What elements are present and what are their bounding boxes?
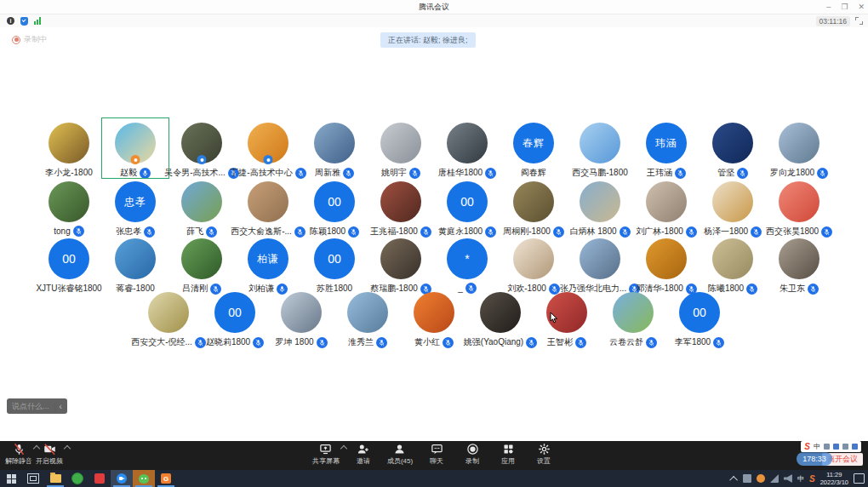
participant-tile[interactable]: 云卷云舒 bbox=[600, 292, 666, 348]
close-button[interactable]: ✕ bbox=[858, 0, 865, 14]
participant-tile[interactable]: 姚强(YaoQiang) bbox=[467, 292, 534, 348]
participant-tile[interactable]: 西交大俞逸斯-... bbox=[235, 181, 301, 238]
avatar bbox=[712, 123, 753, 163]
participant-tile[interactable]: 杨泽一1800 bbox=[700, 181, 766, 238]
chat-collapse-icon[interactable]: ‹ bbox=[54, 402, 62, 411]
participant-tile[interactable]: 刘广林-1800 bbox=[633, 181, 700, 238]
tray-display-icon[interactable] bbox=[743, 474, 751, 483]
network-signal-icon[interactable] bbox=[34, 17, 41, 25]
participant-tile[interactable]: 00陈颖1800 bbox=[301, 181, 368, 238]
task-view-button[interactable] bbox=[22, 470, 44, 487]
participant-tile[interactable]: 西交马鹏-1800 bbox=[567, 123, 633, 179]
app-360-button[interactable] bbox=[66, 470, 89, 487]
action-center-icon[interactable] bbox=[854, 473, 865, 484]
participant-tile[interactable]: 唐桂华1800 bbox=[434, 123, 500, 179]
file-explorer-button[interactable] bbox=[44, 470, 66, 487]
participant-tile[interactable]: 罗坤 1800 bbox=[268, 292, 334, 348]
participant-name: 罗向龙1800 bbox=[770, 167, 814, 179]
toolbar-share-button[interactable]: 共享屏幕 bbox=[312, 443, 340, 466]
maximize-button[interactable]: ❐ bbox=[841, 0, 848, 14]
taskbar-clock[interactable]: 11:29 2022/3/10 bbox=[820, 471, 848, 487]
windows-taskbar: G 中 S 11:29 2022/3/10 bbox=[0, 470, 868, 487]
participant-tile[interactable]: 管坚 bbox=[700, 123, 766, 179]
participant-name: 刘广林-1800 bbox=[636, 226, 683, 238]
participant-tile[interactable]: 西安交大-倪经... bbox=[135, 292, 202, 348]
wechat-app-button[interactable] bbox=[133, 470, 155, 487]
chat-input-pill[interactable]: 说点什么... ‹ bbox=[7, 398, 67, 414]
participant-tile[interactable]: 柏谦刘柏谦 bbox=[235, 238, 301, 295]
participant-tile[interactable]: 丁捷-高技术中心 bbox=[235, 123, 301, 179]
participant-tile[interactable]: 春辉阎春辉 bbox=[500, 123, 567, 179]
participant-tile[interactable]: 00李军1800 bbox=[666, 292, 733, 348]
screen-recorder-timer-bubble[interactable]: 178:33 bbox=[797, 452, 832, 466]
participant-tile[interactable]: 邓清华-1800 bbox=[633, 238, 700, 295]
tray-pet-icon[interactable] bbox=[757, 474, 765, 483]
participant-tile[interactable]: 00赵晓莉1800 bbox=[202, 292, 268, 348]
avatar bbox=[148, 292, 189, 333]
participant-tile[interactable]: 张乃强华北电力... bbox=[567, 238, 633, 295]
participant-tile[interactable]: 李小龙-1800 bbox=[36, 123, 102, 179]
status-subbar: i 03:11:16 bbox=[0, 14, 868, 28]
participant-tile[interactable]: 罗向龙1800 bbox=[766, 123, 832, 179]
participant-tile[interactable]: 西交张昊1800 bbox=[766, 181, 832, 238]
ime-pen-icon[interactable] bbox=[824, 444, 830, 450]
toolbar-record-button[interactable]: 录制 bbox=[460, 443, 484, 466]
participant-tile[interactable]: 吴令男-高技术... bbox=[168, 123, 235, 179]
mic-muted-icon bbox=[713, 337, 724, 348]
participant-tile[interactable]: 00黄庭永1800 bbox=[434, 181, 500, 238]
minimize-button[interactable]: – bbox=[826, 0, 831, 14]
participant-tile[interactable]: tong bbox=[36, 181, 102, 238]
toolbar-apps-button[interactable]: 应用 bbox=[496, 443, 520, 466]
tray-network-icon[interactable] bbox=[770, 474, 779, 483]
toolbar-settings-button[interactable]: 设置 bbox=[532, 443, 556, 466]
participant-tile[interactable]: 王兆福-1800 bbox=[368, 181, 434, 238]
participant-tile[interactable]: 周新雅 bbox=[301, 123, 368, 179]
caret-up-icon[interactable] bbox=[340, 445, 347, 452]
participant-tile[interactable]: 王智彬 bbox=[534, 292, 600, 348]
start-button[interactable] bbox=[0, 470, 22, 487]
participant-tile[interactable]: *_ bbox=[434, 238, 500, 295]
mouse-cursor bbox=[550, 312, 558, 324]
participant-tile[interactable]: 00XJTU张睿铭1800 bbox=[36, 238, 102, 295]
participant-tile[interactable]: 蒋睿-1800 bbox=[102, 238, 168, 295]
meeting-info-icon[interactable]: i bbox=[7, 17, 14, 25]
ime-language-indicator[interactable]: 中 bbox=[814, 442, 820, 451]
security-shield-icon[interactable] bbox=[20, 17, 28, 26]
participant-tile[interactable]: 00苏胜1800 bbox=[301, 238, 368, 295]
app-g-button[interactable]: G bbox=[155, 470, 177, 487]
participant-tile[interactable]: 薛飞 bbox=[168, 181, 235, 238]
participant-tile[interactable]: 朱卫东 bbox=[766, 238, 832, 295]
participant-tile[interactable]: 姚明宇 bbox=[368, 123, 434, 179]
tray-volume-icon[interactable] bbox=[784, 474, 792, 483]
fullscreen-icon[interactable] bbox=[855, 17, 863, 25]
participant-tile[interactable]: 吕清刚 bbox=[168, 238, 235, 295]
toolbar-members-button[interactable]: 成员(45) bbox=[387, 443, 413, 466]
tencent-meeting-app-button[interactable] bbox=[111, 470, 133, 487]
participant-tile[interactable]: 淮秀兰 bbox=[334, 292, 401, 348]
ime-keyboard-icon[interactable] bbox=[842, 444, 848, 450]
toolbar-chat-button[interactable]: 聊天 bbox=[425, 443, 448, 466]
tray-language-indicator[interactable]: 中 bbox=[797, 474, 804, 484]
participant-row: 00XJTU张睿铭1800蒋睿-1800吕清刚柏谦刘柏谦00苏胜1800蔡瑞鹏-… bbox=[0, 238, 868, 295]
participant-tile[interactable]: 刘欢-1800 bbox=[500, 238, 567, 295]
participant-name: tong bbox=[54, 226, 70, 236]
participant-tile[interactable]: 黄小红 bbox=[401, 292, 467, 348]
participant-tile[interactable]: 蔡瑞鹏-1800 bbox=[368, 238, 434, 295]
app-red-button[interactable] bbox=[89, 470, 111, 487]
sogou-logo-icon[interactable]: S bbox=[804, 442, 810, 451]
toolbar-invite-button[interactable]: 邀请 bbox=[351, 443, 375, 466]
tray-sogou-icon[interactable]: S bbox=[809, 474, 815, 484]
participant-tile[interactable]: 玮涵王玮涵 bbox=[633, 123, 700, 179]
avatar: 00 bbox=[679, 292, 720, 333]
ime-mic-icon[interactable] bbox=[833, 444, 839, 450]
participant-tile[interactable]: 周桐刚-1800 bbox=[500, 181, 567, 238]
ime-toolbox-icon[interactable] bbox=[852, 444, 858, 450]
participant-tile[interactable]: 陈曦1800 bbox=[700, 238, 766, 295]
participant-tile[interactable]: 赵毅 bbox=[102, 123, 168, 179]
participant-tile[interactable]: 忠孝张忠孝 bbox=[102, 181, 168, 238]
ime-toolbar[interactable]: S 中 bbox=[801, 441, 861, 452]
avatar bbox=[380, 123, 421, 163]
avatar bbox=[580, 123, 620, 163]
tray-expand-icon[interactable] bbox=[729, 475, 738, 484]
participant-tile[interactable]: 白炳林 1800 bbox=[567, 181, 633, 238]
